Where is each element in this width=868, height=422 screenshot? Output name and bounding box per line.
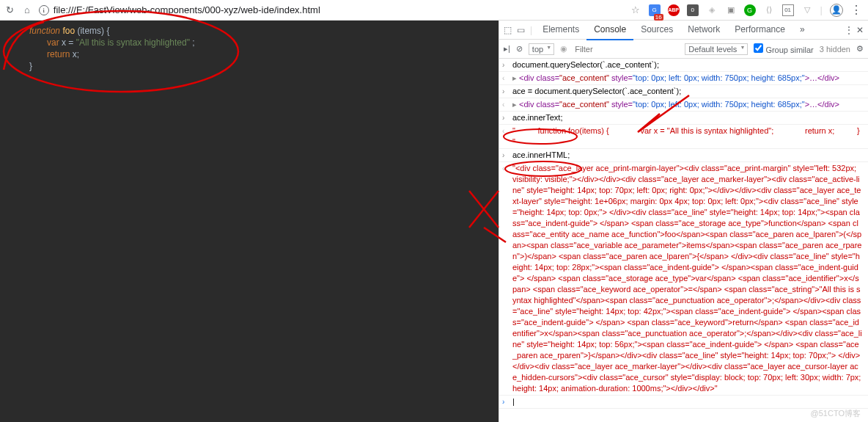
eye-icon[interactable]: ◉ (560, 44, 567, 54)
tab-console[interactable]: Console (586, 20, 633, 40)
close-brace: } (12, 60, 487, 72)
tab-sources[interactable]: Sources (633, 20, 680, 40)
home-icon[interactable]: ⌂ (24, 4, 30, 15)
tab-elements[interactable]: Elements (535, 20, 586, 40)
console-prompt[interactable]: | (512, 397, 515, 406)
filter-input[interactable] (573, 43, 679, 55)
devtools-menu-icon[interactable]: ⋮ (845, 25, 853, 35)
group-similar-checkbox[interactable]: Group similar (754, 43, 813, 54)
ext-icon-4[interactable]: ◈ (706, 4, 718, 16)
devtools-panel: ⬚ ▭ | Elements Console Sources Network P… (499, 21, 868, 422)
grammarly-icon[interactable]: G (744, 4, 756, 16)
context-dropdown[interactable]: top (529, 43, 554, 55)
profile-icon[interactable]: 👤 (830, 4, 843, 17)
url-text: file:///E:/FastView/web-components/000-x… (54, 4, 320, 15)
menu-icon[interactable]: ⋮ (850, 3, 862, 17)
code-editor[interactable]: function foo (items) { var x = "All this… (0, 21, 499, 422)
levels-dropdown[interactable]: Default levels (685, 43, 748, 55)
params: (items) { (77, 26, 109, 36)
inspect-icon[interactable]: ⬚ (504, 25, 514, 35)
ext-icon-8[interactable]: 01 (782, 4, 794, 16)
url-bar[interactable]: i file:///E:/FastView/web-components/000… (39, 4, 622, 15)
hidden-count[interactable]: 3 hidden (820, 45, 850, 54)
ext-icon-5[interactable]: ▣ (725, 4, 737, 16)
devtools-close-icon[interactable]: ✕ (856, 25, 864, 35)
tab-performance[interactable]: Performance (727, 20, 792, 40)
divider: | (820, 4, 823, 15)
keyword-return: return (47, 49, 70, 59)
tab-more[interactable]: » (792, 20, 812, 40)
keyword-function: function (29, 26, 60, 36)
star-icon[interactable]: ☆ (631, 4, 640, 15)
keyword-var: var (47, 37, 59, 48)
ext-icon-1[interactable]: G16 (649, 4, 661, 16)
string-literal: "All this is syntax highlighted" (76, 37, 190, 48)
ext-icon-7[interactable]: ⟨⟩ (763, 4, 775, 16)
clear-icon[interactable]: ⊘ (516, 44, 523, 54)
browser-toolbar: ↻ ⌂ i file:///E:/FastView/web-components… (0, 0, 868, 21)
function-name: foo (62, 26, 75, 36)
devtools-header: ⬚ ▭ | Elements Console Sources Network P… (499, 21, 868, 40)
reload-icon[interactable]: ↻ (6, 4, 14, 15)
sidebar-toggle-icon[interactable]: ▸| (504, 44, 510, 54)
ext-icon-9[interactable]: ▽ (801, 4, 813, 16)
info-icon[interactable]: i (39, 5, 49, 15)
settings-icon[interactable]: ⚙ (856, 44, 864, 54)
tab-network[interactable]: Network (680, 20, 727, 40)
device-icon[interactable]: ▭ (517, 25, 527, 35)
ext-icon-3[interactable]: 0 (687, 4, 699, 16)
abp-icon[interactable]: ABP (668, 4, 680, 16)
console-output[interactable]: ›document.querySelector(`.ace_content`);… (499, 59, 868, 422)
watermark: @51CTO博客 (811, 408, 861, 419)
console-toolbar: ▸| ⊘ top ◉ Default levels Group similar … (499, 40, 868, 59)
